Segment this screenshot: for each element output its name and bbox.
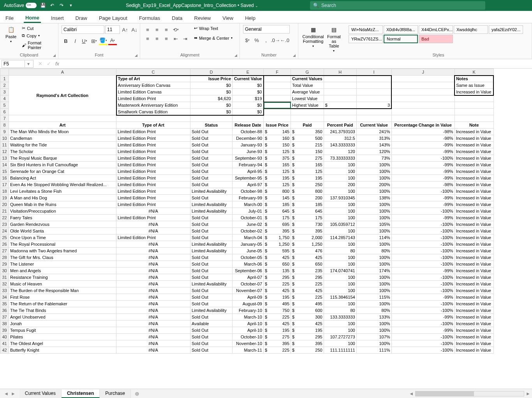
cell[interactable]: 100 <box>324 175 356 181</box>
italic-button[interactable]: I <box>71 37 79 45</box>
cell[interactable]: -100% <box>391 261 454 268</box>
cell[interactable]: Men and Angels <box>9 268 116 274</box>
cell[interactable]: Music of Heaven <box>9 281 116 287</box>
cell[interactable] <box>454 115 493 122</box>
decrease-indent-icon[interactable]: ⇤ <box>171 34 180 43</box>
cell[interactable]: 100% <box>356 261 391 268</box>
cell[interactable]: Increased in Value <box>454 215 493 221</box>
cell[interactable]: $800 <box>264 188 291 195</box>
col-header[interactable]: I <box>356 69 391 76</box>
row-header[interactable]: 14 <box>0 162 9 168</box>
cell[interactable]: -100% <box>391 347 454 354</box>
cell[interactable]: $150 <box>264 142 291 148</box>
cell[interactable]: Sold Out <box>190 334 233 340</box>
cell[interactable]: 100% <box>356 168 391 175</box>
worksheet-grid[interactable]: A C D E F G H I J K 1Raymond's Art Colle… <box>0 69 532 396</box>
cell[interactable]: Increased in Value <box>454 254 493 261</box>
cell[interactable]: April-07 <box>233 274 264 281</box>
cell[interactable] <box>324 89 356 95</box>
cell[interactable]: $235 <box>291 268 324 274</box>
cell[interactable]: Butterfly Knight <box>9 347 116 354</box>
cell[interactable]: Issue Price <box>264 122 291 129</box>
cell[interactable]: #N/A <box>116 221 190 228</box>
cell[interactable]: #N/A <box>116 248 190 254</box>
cell[interactable]: $300 <box>291 314 324 321</box>
cell[interactable]: November-07 <box>233 287 264 294</box>
font-size-select[interactable] <box>105 25 120 34</box>
row-header[interactable]: 19 <box>0 195 9 201</box>
cell[interactable] <box>356 89 391 95</box>
cell[interactable]: October-88 <box>233 129 264 135</box>
font-color-button[interactable]: A▾ <box>108 37 117 45</box>
cell[interactable]: $195 <box>264 327 291 334</box>
cell[interactable]: $1,750 <box>264 234 291 241</box>
cell[interactable]: $650 <box>291 261 324 268</box>
tab-formulas[interactable]: Formulas <box>137 14 162 23</box>
cell[interactable]: Sold Out <box>190 314 233 321</box>
cell[interactable] <box>454 102 493 109</box>
cell[interactable] <box>291 109 324 115</box>
cell[interactable]: -98% <box>391 129 454 135</box>
cell-style-xwsddqlhc[interactable]: Xwsddqlhc <box>454 25 488 34</box>
fill-color-button[interactable]: 🪣▾ <box>99 37 107 45</box>
cell[interactable]: 174.0740741 <box>324 268 356 274</box>
cell[interactable] <box>9 115 116 122</box>
cell[interactable]: Release Date <box>233 122 264 129</box>
cell[interactable]: October-05 <box>233 254 264 261</box>
cell[interactable]: 100% <box>356 228 391 234</box>
cell[interactable]: $145 <box>264 195 291 201</box>
cell[interactable]: 114% <box>356 234 391 241</box>
cell[interactable]: Sold Out <box>190 155 233 162</box>
cell[interactable]: 115.3846154 <box>324 294 356 301</box>
cell[interactable]: Increased in Value <box>454 294 493 301</box>
cell[interactable]: 100% <box>356 287 391 294</box>
cell[interactable]: $425 <box>264 287 291 294</box>
cell[interactable] <box>454 109 493 115</box>
cell[interactable]: Olde World Santa <box>9 228 116 234</box>
cell[interactable]: The Scholar <box>9 148 116 155</box>
sheet-prev-icon[interactable]: ◄ <box>4 391 9 396</box>
col-header[interactable]: G <box>291 69 324 76</box>
cell[interactable]: -99% <box>391 268 454 274</box>
cell[interactable]: Art <box>9 122 116 129</box>
cell[interactable]: 80 <box>324 248 356 254</box>
cell[interactable]: Sold Out <box>190 135 233 142</box>
cell[interactable]: 80% <box>356 307 391 314</box>
cell[interactable]: $2,000 <box>291 234 324 241</box>
row-header[interactable]: 25 <box>0 234 9 241</box>
cell[interactable]: #N/A <box>116 294 190 301</box>
cell[interactable]: Tempus Fugit <box>9 327 116 334</box>
cell[interactable]: -99% <box>391 195 454 201</box>
format-as-table-button[interactable]: ▤ Format as Table▾ <box>325 25 343 53</box>
cell[interactable]: $695 <box>264 221 291 228</box>
cell[interactable]: 100% <box>356 215 391 221</box>
cell[interactable]: The Listener <box>9 261 116 268</box>
cell[interactable]: $19 <box>233 95 264 102</box>
row-header[interactable]: 34 <box>0 294 9 301</box>
cell-style-bad[interactable]: Bad <box>419 35 453 43</box>
cell[interactable] <box>356 82 391 89</box>
cell[interactable]: 133% <box>356 314 391 321</box>
col-header[interactable]: A <box>9 69 116 76</box>
cell[interactable]: $750 <box>264 307 291 314</box>
cell[interactable]: Sold Out <box>190 301 233 307</box>
row-header[interactable]: 38 <box>0 321 9 327</box>
cell-style-yafa2ezdy02[interactable]: yafa2EzdY02... <box>489 25 523 34</box>
cell[interactable]: -100% <box>391 234 454 241</box>
cell[interactable]: March-06 <box>233 261 264 268</box>
cell[interactable]: #N/A <box>116 340 190 347</box>
cell[interactable]: $650 <box>264 261 291 268</box>
row-header[interactable]: 15 <box>0 168 9 175</box>
cell[interactable]: 80 <box>324 307 356 314</box>
tab-review[interactable]: Review <box>193 14 213 23</box>
cell[interactable]: Sold Out <box>190 228 233 234</box>
row-header[interactable]: 12 <box>0 148 9 155</box>
cell[interactable]: #N/A <box>116 274 190 281</box>
cell[interactable]: $175 <box>264 215 291 221</box>
cell[interactable]: 73.33333333 <box>324 155 356 162</box>
cell[interactable]: Increased in Value <box>454 155 493 162</box>
cell[interactable] <box>356 109 391 115</box>
cell[interactable]: Once Upon a Time <box>9 234 116 241</box>
cell[interactable]: Increased in Value <box>454 321 493 327</box>
cell[interactable] <box>264 102 291 109</box>
